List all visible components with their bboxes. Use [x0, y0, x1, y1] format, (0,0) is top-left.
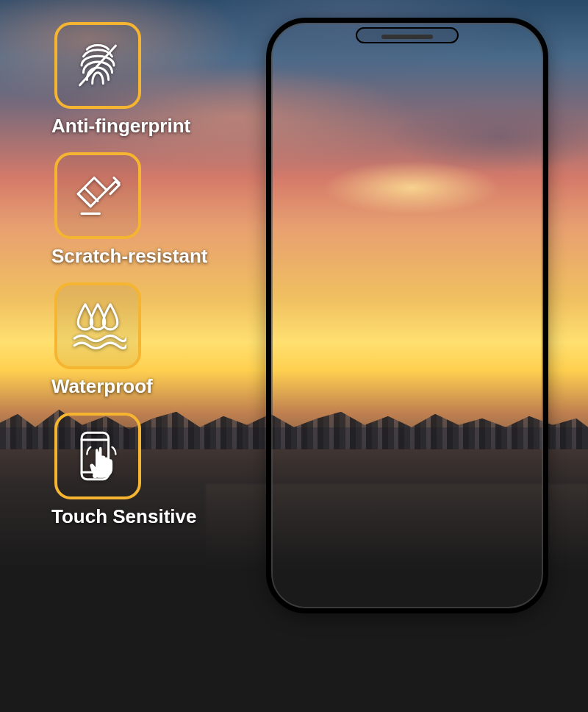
feature-scratch-resistant: Scratch-resistant — [54, 152, 207, 268]
feature-label: Anti-fingerprint — [51, 115, 190, 138]
feature-waterproof: Waterproof — [54, 282, 207, 398]
phone-screen — [276, 27, 539, 604]
feature-list: Anti-fingerprint Scratch-resistant — [54, 22, 207, 528]
fingerprint-slash-icon — [54, 22, 141, 109]
touch-sensitive-icon — [54, 413, 141, 499]
scratch-resistant-icon — [54, 152, 141, 239]
feature-anti-fingerprint: Anti-fingerprint — [54, 22, 207, 138]
feature-label: Scratch-resistant — [51, 245, 207, 268]
svg-line-1 — [85, 188, 98, 201]
feature-label: Waterproof — [51, 375, 153, 398]
feature-label: Touch Sensitive — [51, 505, 196, 528]
waterproof-icon — [54, 282, 141, 369]
phone-frame — [266, 18, 548, 613]
feature-touch-sensitive: Touch Sensitive — [54, 413, 207, 528]
